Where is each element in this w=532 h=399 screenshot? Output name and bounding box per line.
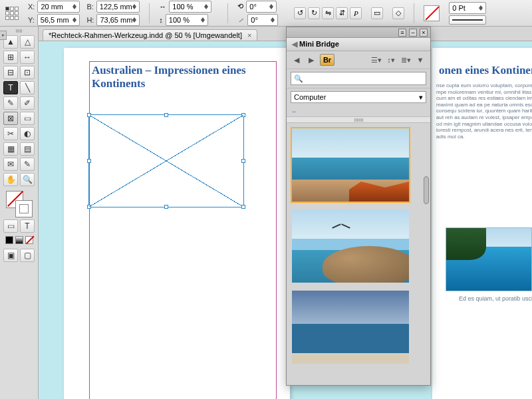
scale-fields: ↔100 % ↕100 % [159,1,218,26]
reference-point-grid[interactable] [5,7,19,20]
panel-titlebar[interactable]: ≡ – × [287,27,430,38]
panel-close-icon[interactable]: × [420,29,428,37]
fill-stroke-swatch[interactable] [6,191,33,217]
nav-forward-icon[interactable]: ▶ [305,54,317,66]
body-text: nse cupta eum volorro voluptam, corpore … [436,82,532,140]
mini-bridge-toolbar: ◀ ▶ Br ☰▾ ↕▾ ≣▾ ▼ [287,51,430,69]
position-fields: X:20 mm B:122,5 mm Y:56,5 mm H:73,65 mm [28,1,140,26]
mini-bridge-panel: ≡ – × Mini Bridge ◀ ▶ Br ☰▾ ↕▾ ≣▾ ▼ 🔍 Co… [286,27,431,386]
apply-color-buttons[interactable] [5,236,33,244]
layout-menu-icon[interactable]: ≣▾ [400,54,412,66]
mini-bridge-tab[interactable]: Mini Bridge [287,38,430,51]
rectangle-frame-tool[interactable]: ⊠ [3,112,18,125]
note-tool[interactable]: ✉ [3,158,18,171]
page-right: onen eines Kontinent nse cupta eum volor… [432,48,532,399]
pen-tool[interactable]: ✎ [3,96,18,110]
select-container-button[interactable]: ▭ [371,7,383,19]
shear-icon: ⟋ [237,16,245,24]
rotate-ccw-button[interactable]: ↺ [294,7,306,19]
scissors-tool[interactable]: ✂ [3,127,18,140]
control-bar: X:20 mm B:122,5 mm Y:56,5 mm H:73,65 mm … [0,0,532,27]
scrollbar-thumb[interactable] [424,176,429,204]
thumbnail-item[interactable] [291,289,410,365]
chevron-down-icon: ▾ [419,93,423,102]
rectangle-frame[interactable] [88,114,244,207]
gradient-feather-tool[interactable]: ▤ [20,142,35,156]
document-tab-bar: *Rechteck-Rahmen-Werkzeug.indd @ 50 % [U… [0,27,532,41]
placed-image[interactable] [446,227,532,291]
content-placer-tool[interactable]: ⊡ [20,66,35,79]
sort-menu-icon[interactable]: ↕▾ [385,54,397,66]
path-label[interactable]: .. [287,106,430,116]
filter-icon[interactable]: ▼ [414,54,426,66]
scale-y-icon: ↕ [159,16,163,24]
panel-grip[interactable] [3,29,35,33]
scale-x-icon: ↔ [159,3,166,11]
page-title-right: onen eines Kontinent [439,64,532,77]
w-label: B: [86,3,93,11]
nav-back-icon[interactable]: ◀ [291,54,303,66]
h-input[interactable]: 73,65 mm [96,14,140,26]
type-tool[interactable]: T [3,81,18,94]
document-tab[interactable]: *Rechteck-Rahmen-Werkzeug.indd @ 50 % [U… [43,29,257,41]
document-canvas[interactable]: Australien – Impressionen eines Kontinen… [39,41,532,399]
search-input[interactable]: 🔍 [291,72,426,85]
h-label: H: [86,16,94,24]
collapse-handle[interactable]: ▸ [0,31,7,40]
flip-h-button[interactable]: ⇋ [322,7,334,19]
content-collector-tool[interactable]: ⊟ [3,66,18,79]
divider-grip[interactable] [287,116,430,123]
x-label: X: [28,3,35,11]
search-icon: 🔍 [294,74,303,83]
search-row: 🔍 [287,69,430,88]
x-input[interactable]: 20 mm [37,1,80,13]
stroke-style-select[interactable] [449,15,486,25]
flip-v-button[interactable]: ⇵ [336,7,348,19]
thumbnail-item[interactable] [291,208,410,284]
direct-selection-tool[interactable]: △ [20,35,35,49]
rotate-cw-button[interactable]: ↻ [308,7,320,19]
pencil-tool[interactable]: ✐ [20,96,35,110]
view-mode-preview[interactable]: ▢ [20,249,35,262]
panel-menu-icon[interactable]: ≡ [398,29,406,37]
gap-tool[interactable]: ↔ [20,51,35,64]
tools-panel: ▲△ ⊞↔ ⊟⊡ T╲ ✎✐ ⊠▭ ✂◐ ▦▤ ✉✎ ✋🔍 ▭T ▣▢ [0,27,39,399]
fill-none-swatch[interactable] [424,5,440,21]
panel-min-icon[interactable]: – [409,29,417,37]
location-select[interactable]: Computer▾ [291,91,426,103]
transform-fields: ⟲0° ⟋0° [237,1,285,26]
y-label: Y: [28,16,35,24]
hand-tool[interactable]: ✋ [3,173,18,186]
clear-transform-button[interactable]: P [350,7,362,19]
rotate-input[interactable]: 0° [246,1,277,13]
thumbnail-list[interactable] [287,123,430,385]
close-tab-icon[interactable]: × [247,31,251,39]
formatting-container-button[interactable]: ▭ [3,219,18,233]
shear-input[interactable]: 0° [247,14,278,26]
document-tab-label: *Rechteck-Rahmen-Werkzeug.indd @ 50 % [U… [49,31,242,39]
page-title: Australien – Impressionen eines Kontinen… [92,64,290,90]
line-tool[interactable]: ╲ [20,81,35,94]
scalex-input[interactable]: 100 % [169,1,211,13]
view-menu-icon[interactable]: ☰▾ [370,54,382,66]
free-transform-tool[interactable]: ◐ [20,127,35,140]
stroke-weight-input[interactable]: 0 Pt [449,2,486,14]
rotate-flip-group: ↺ ↻ ⇋ ⇵ P [294,7,362,19]
y-input[interactable]: 56,5 mm [37,14,80,26]
scaley-input[interactable]: 100 % [166,14,208,26]
open-bridge-button[interactable]: Br [320,54,334,66]
eyedropper-tool[interactable]: ✎ [20,158,35,171]
image-caption: Ed es quiam, ut poratib uscilis e [459,295,532,302]
page-tool[interactable]: ⊞ [3,51,18,64]
rectangle-tool[interactable]: ▭ [20,112,35,125]
view-mode-normal[interactable]: ▣ [3,249,18,262]
thumbnail-item[interactable] [291,127,410,203]
zoom-tool[interactable]: 🔍 [20,173,35,186]
select-content-button[interactable]: ◇ [392,7,404,19]
rotate-icon: ⟲ [237,2,243,11]
formatting-text-button[interactable]: T [20,219,35,233]
w-input[interactable]: 122,5 mm [96,1,140,13]
gradient-swatch-tool[interactable]: ▦ [3,142,18,156]
page-left: Australien – Impressionen eines Kontinen… [64,48,290,399]
